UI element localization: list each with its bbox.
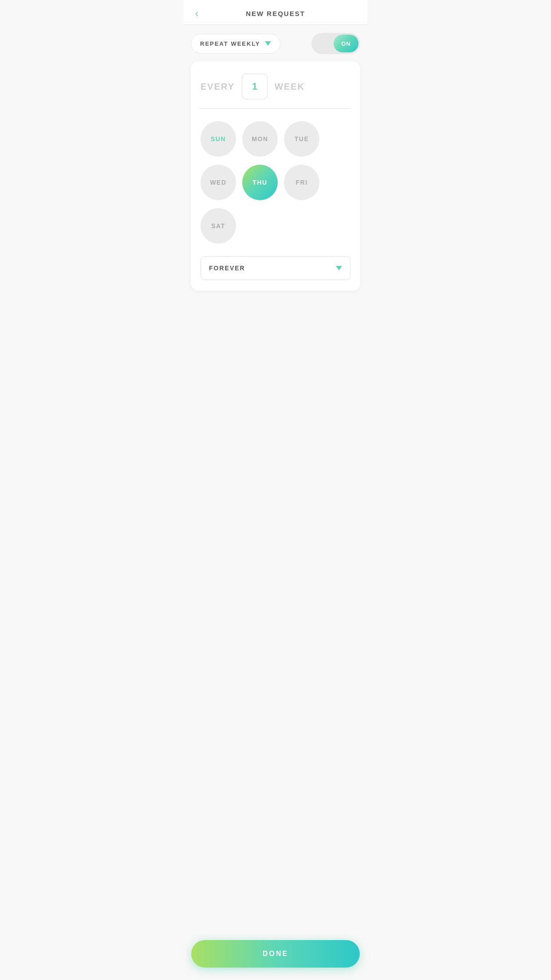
repeat-dropdown-label: REPEAT WEEKLY [200,40,260,47]
every-week-row: EVERY WEEK [201,74,350,109]
forever-label: FOREVER [209,265,336,272]
page-title: NEW REQUEST [246,10,305,17]
day-button-wed[interactable]: WED [201,165,236,200]
header: ‹ NEW REQUEST [184,0,367,25]
every-label: EVERY [201,82,235,92]
toggle-knob: ON [334,35,358,52]
day-button-mon[interactable]: MON [242,121,278,157]
day-button-fri[interactable]: FRI [284,165,319,200]
day-button-thu[interactable]: THU [242,165,278,200]
day-button-sun[interactable]: SUN [201,121,236,157]
forever-chevron-icon [336,266,342,270]
week-number-input[interactable] [242,74,268,99]
repeat-toggle[interactable]: ON [311,33,360,54]
day-button-tue[interactable]: TUE [284,121,319,157]
weekly-settings-card: EVERY WEEK SUN MON TUE WED THU FRI SAT F… [191,61,360,291]
chevron-down-icon [265,41,271,46]
content-area: REPEAT WEEKLY ON EVERY WEEK SUN MON TUE … [184,25,367,299]
day-button-sat[interactable]: SAT [201,208,236,244]
repeat-row: REPEAT WEEKLY ON [191,33,360,54]
week-label: WEEK [275,82,305,92]
repeat-weekly-dropdown[interactable]: REPEAT WEEKLY [191,34,280,54]
toggle-on-label: ON [341,40,351,47]
back-button[interactable]: ‹ [192,7,202,20]
forever-dropdown[interactable]: FOREVER [201,256,350,280]
days-grid: SUN MON TUE WED THU FRI SAT [201,121,350,244]
